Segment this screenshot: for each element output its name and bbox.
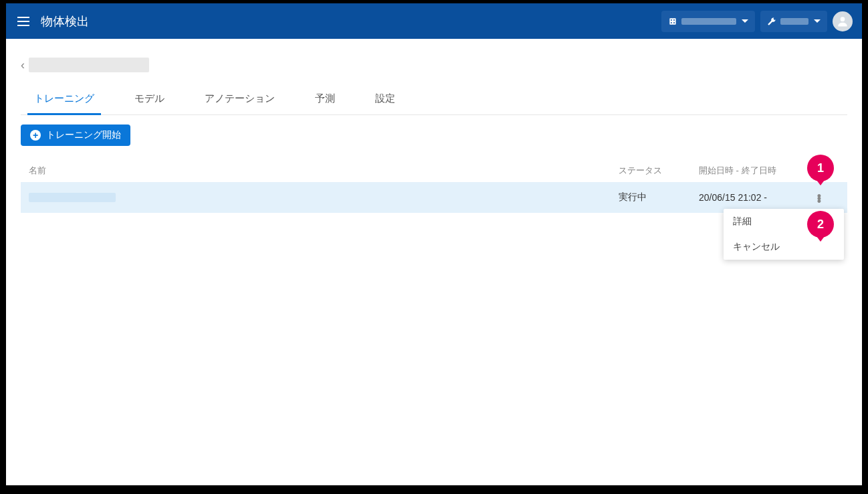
row-status: 実行中 [619, 191, 699, 203]
col-status: ステータス [619, 165, 699, 177]
col-menu [812, 165, 839, 177]
svg-rect-4 [673, 22, 675, 23]
tab-settings[interactable]: 設定 [368, 86, 402, 114]
action-bar: + トレーニング開始 [21, 125, 847, 146]
svg-rect-3 [671, 22, 672, 23]
svg-rect-2 [673, 19, 675, 21]
tabs: トレーニング モデル アノテーション 予測 設定 [21, 86, 847, 115]
table-header: 名前 ステータス 開始日時 - 終了日時 [21, 159, 847, 182]
user-avatar[interactable] [833, 11, 853, 31]
app-title: 物体検出 [41, 13, 89, 29]
breadcrumb: ‹ [21, 58, 847, 72]
col-time: 開始日時 - 終了日時 [699, 165, 812, 177]
caret-down-icon [742, 19, 748, 23]
tab-predict[interactable]: 予測 [308, 86, 342, 114]
start-training-button[interactable]: + トレーニング開始 [21, 125, 130, 146]
training-table: 名前 ステータス 開始日時 - 終了日時 実行中 20/06/15 21:02 … [21, 159, 847, 213]
tool-name-placeholder [780, 18, 808, 25]
tab-model[interactable]: モデル [128, 86, 171, 114]
project-name-placeholder [681, 18, 736, 25]
content-area: ‹ トレーニング モデル アノテーション 予測 設定 + トレーニング開始 名前… [6, 39, 862, 225]
wrench-icon [767, 17, 776, 26]
menu-item-cancel[interactable]: キャンセル [724, 234, 844, 260]
col-name: 名前 [29, 165, 619, 177]
caret-down-icon [814, 19, 821, 23]
svg-rect-1 [671, 19, 672, 21]
start-training-label: トレーニング開始 [46, 129, 121, 141]
table-row[interactable]: 実行中 20/06/15 21:02 - ••• 詳細 キャンセル [21, 182, 847, 213]
svg-rect-0 [669, 18, 675, 24]
kebab-menu-icon[interactable]: ••• [812, 193, 826, 201]
row-time: 20/06/15 21:02 - [699, 192, 812, 203]
topbar: 物体検出 [6, 3, 862, 39]
svg-point-5 [841, 17, 845, 21]
row-context-menu: 詳細 キャンセル [724, 209, 844, 260]
topbar-right [661, 11, 853, 32]
app-frame: 物体検出 ‹ トレーニング モデル アノテーション [6, 3, 862, 485]
row-name-placeholder [29, 193, 116, 202]
project-selector[interactable] [661, 11, 755, 32]
row-menu-cell: ••• [812, 193, 839, 201]
plus-circle-icon: + [30, 130, 41, 141]
tab-training[interactable]: トレーニング [27, 86, 101, 115]
breadcrumb-label-placeholder[interactable] [29, 58, 149, 72]
back-chevron-icon[interactable]: ‹ [21, 58, 25, 72]
row-name [29, 193, 619, 202]
tool-selector[interactable] [760, 11, 827, 32]
building-icon [668, 17, 677, 26]
menu-icon[interactable] [15, 13, 31, 29]
tab-annotation[interactable]: アノテーション [198, 86, 282, 114]
user-icon [836, 15, 849, 28]
menu-item-detail[interactable]: 詳細 [724, 209, 844, 234]
